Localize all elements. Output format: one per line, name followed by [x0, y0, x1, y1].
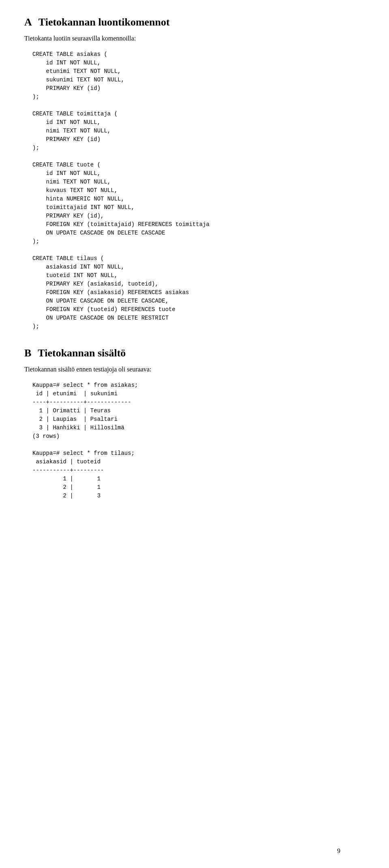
section-b-intro: Tietokannan sisältö ennen testiajoja oli… [24, 366, 365, 373]
page-number: 9 [337, 847, 340, 855]
section-b-code: Kauppa=# select * from asiakas; id | etu… [24, 381, 365, 500]
section-b-letter: B [24, 347, 31, 359]
section-b: B Tietokannan sisältö Tietokannan sisält… [24, 347, 365, 500]
section-b-heading: B Tietokannan sisältö [24, 347, 365, 359]
section-a-letter: A [24, 16, 32, 28]
section-a-title: Tietokannan luontikomennot [38, 16, 170, 28]
page-content: A Tietokannan luontikomennot Tietokanta … [24, 16, 365, 867]
section-b-title: Tietokannan sisältö [38, 347, 126, 359]
section-a-heading: A Tietokannan luontikomennot [24, 16, 365, 28]
section-a-intro: Tietokanta luotiin seuraavilla komennoil… [24, 35, 365, 42]
section-a-code: CREATE TABLE asiakas ( id INT NOT NULL, … [24, 50, 365, 331]
